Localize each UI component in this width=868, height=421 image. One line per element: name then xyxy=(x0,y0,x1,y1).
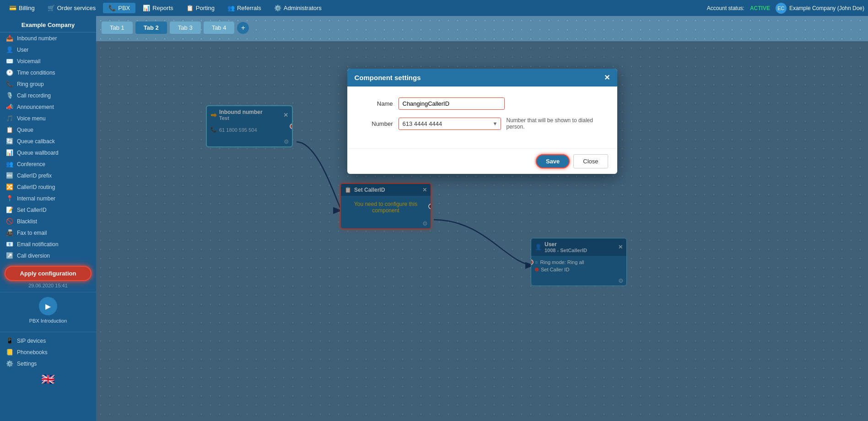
inbound-icon: 📥 xyxy=(6,35,13,42)
sidebar: Example Company 📥 Inbound number 👤 User … xyxy=(0,16,96,421)
voice-menu-icon: 🎵 xyxy=(6,115,13,122)
nav-referrals[interactable]: 👥 Referrals xyxy=(222,3,267,13)
play-button[interactable]: ▶ xyxy=(39,297,57,315)
flag-icon: 🇬🇧 xyxy=(0,369,96,389)
ring-group-icon: 📞 xyxy=(6,81,13,87)
account-status-label: Account status: xyxy=(707,5,744,11)
modal-body: Name Number 613 4444 4444 ▼ Number that … xyxy=(347,86,617,148)
recording-icon: 🎙️ xyxy=(6,92,13,99)
callerid-prefix-icon: 🔤 xyxy=(6,172,13,179)
sidebar-item-callerid-routing[interactable]: 🔀 CallerID routing xyxy=(0,181,96,193)
modal-number-row: Number 613 4444 4444 ▼ Number that will … xyxy=(356,117,608,130)
callback-icon: 🔄 xyxy=(6,138,13,145)
modal-number-hint: Number that will be shown to dialed pers… xyxy=(507,117,608,130)
nav-reports[interactable]: 📊 Reports xyxy=(137,3,179,13)
internal-number-icon: 📍 xyxy=(6,195,13,202)
sidebar-item-set-callerid[interactable]: 📝 Set CallerID xyxy=(0,204,96,216)
apply-timestamp: 29.06.2020 15:41 xyxy=(0,283,96,288)
top-navigation: 💳 Billing 🛒 Order services 📞 PBX 📊 Repor… xyxy=(0,0,868,16)
modal-header: Component settings ✕ xyxy=(347,69,617,86)
modal-number-value: 613 4444 4444 xyxy=(399,118,490,130)
play-label: PBX Introduction xyxy=(29,318,67,324)
admin-icon: ⚙️ xyxy=(274,5,281,11)
referrals-icon: 👥 xyxy=(227,5,235,11)
fax-icon: 📠 xyxy=(6,229,13,236)
sidebar-item-queue-wallboard[interactable]: 📊 Queue wallboard xyxy=(0,147,96,158)
modal-number-select[interactable]: 613 4444 4444 ▼ xyxy=(399,118,501,130)
sidebar-item-time-conditions[interactable]: 🕐 Time conditions xyxy=(0,67,96,78)
canvas-area[interactable]: Tab 1 Tab 2 Tab 3 Tab 4 + xyxy=(96,16,868,421)
main-layout: Example Company 📥 Inbound number 👤 User … xyxy=(0,16,868,421)
modal-close-button[interactable]: ✕ xyxy=(604,73,610,82)
dropdown-arrow-icon[interactable]: ▼ xyxy=(490,119,501,129)
sidebar-item-call-recording[interactable]: 🎙️ Call recording xyxy=(0,90,96,101)
sidebar-item-voicemail[interactable]: ✉️ Voicemail xyxy=(0,55,96,67)
wallboard-icon: 📊 xyxy=(6,149,13,156)
user-icon: 👤 xyxy=(6,46,13,53)
sidebar-item-callerid-prefix[interactable]: 🔤 CallerID prefix xyxy=(0,170,96,181)
blacklist-icon: 🚫 xyxy=(6,218,13,225)
play-section: ▶ PBX Introduction xyxy=(0,292,96,328)
diversion-icon: ↗️ xyxy=(6,252,13,259)
phonebooks-icon: 📒 xyxy=(6,349,13,356)
sidebar-item-sip-devices[interactable]: 📱 SIP devices xyxy=(0,335,96,346)
billing-icon: 💳 xyxy=(9,5,16,11)
sidebar-item-queue[interactable]: 📋 Queue xyxy=(0,124,96,135)
nav-billing[interactable]: 💳 Billing xyxy=(4,3,40,13)
company-name: Example Company xyxy=(0,16,96,32)
sidebar-item-phonebooks[interactable]: 📒 Phonebooks xyxy=(0,346,96,358)
nav-porting[interactable]: 📋 Porting xyxy=(181,3,220,13)
apply-configuration-button[interactable]: Apply configuration xyxy=(5,266,92,281)
modal-name-label: Name xyxy=(356,100,393,107)
sidebar-item-call-diversion[interactable]: ↗️ Call diversion xyxy=(0,250,96,261)
sip-icon: 📱 xyxy=(6,337,13,344)
tab-4[interactable]: Tab 4 xyxy=(204,22,235,34)
user-name: Example Company (John Doe) xyxy=(789,5,864,11)
avatar: EC xyxy=(776,3,787,14)
sidebar-item-user[interactable]: 👤 User xyxy=(0,44,96,55)
settings-icon: ⚙️ xyxy=(6,360,13,367)
flow-canvas: ➡ Inbound number Test ✕ 📞 61 1800 595 50… xyxy=(96,41,868,421)
conference-icon: 👥 xyxy=(6,161,13,167)
nav-pbx[interactable]: 📞 PBX xyxy=(103,3,135,13)
sidebar-bottom: 📱 SIP devices 📒 Phonebooks ⚙️ Settings xyxy=(0,332,96,369)
queue-icon: 📋 xyxy=(6,126,13,133)
sidebar-item-fax-to-email[interactable]: 📠 Fax to email xyxy=(0,227,96,238)
sidebar-item-announcement[interactable]: 📣 Announcement xyxy=(0,101,96,113)
tab-2[interactable]: Tab 2 xyxy=(135,22,167,34)
nav-account-info: Account status: ACTIVE EC Example Compan… xyxy=(707,3,864,14)
component-settings-modal: Component settings ✕ Name Number 613 4 xyxy=(347,69,617,174)
sidebar-item-queue-callback[interactable]: 🔄 Queue callback xyxy=(0,135,96,147)
nav-order-services[interactable]: 🛒 Order services xyxy=(42,3,102,13)
voicemail-icon: ✉️ xyxy=(6,58,13,65)
porting-icon: 📋 xyxy=(186,5,194,11)
time-icon: 🕐 xyxy=(6,69,13,76)
modal-close-btn[interactable]: Close xyxy=(573,154,608,168)
modal-number-label: Number xyxy=(356,120,393,127)
modal-name-input[interactable] xyxy=(399,97,505,110)
account-status-badge: ACTIVE xyxy=(750,5,770,11)
sidebar-item-ring-group[interactable]: 📞 Ring group xyxy=(0,78,96,90)
callerid-routing-icon: 🔀 xyxy=(6,184,13,190)
tab-1[interactable]: Tab 1 xyxy=(102,22,133,34)
sidebar-item-internal-number[interactable]: 📍 Internal number xyxy=(0,193,96,204)
sidebar-item-conference[interactable]: 👥 Conference xyxy=(0,158,96,170)
sidebar-item-voice-menu[interactable]: 🎵 Voice menu xyxy=(0,113,96,124)
user-info[interactable]: EC Example Company (John Doe) xyxy=(776,3,864,14)
tab-3[interactable]: Tab 3 xyxy=(170,22,201,34)
modal-name-row: Name xyxy=(356,97,608,110)
nav-administrators[interactable]: ⚙️ Administrators xyxy=(269,3,327,13)
modal-overlay: Component settings ✕ Name Number 613 4 xyxy=(96,41,868,421)
modal-save-button[interactable]: Save xyxy=(536,154,570,168)
reports-icon: 📊 xyxy=(143,5,150,11)
sidebar-item-blacklist[interactable]: 🚫 Blacklist xyxy=(0,216,96,227)
modal-title: Component settings xyxy=(355,74,421,81)
sidebar-item-email-notification[interactable]: 📧 Email notification xyxy=(0,238,96,250)
set-callerid-icon: 📝 xyxy=(6,206,13,213)
add-tab-button[interactable]: + xyxy=(237,22,249,34)
order-icon: 🛒 xyxy=(48,5,55,11)
tab-bar: Tab 1 Tab 2 Tab 3 Tab 4 + xyxy=(96,16,868,34)
email-icon: 📧 xyxy=(6,241,13,248)
sidebar-item-inbound-number[interactable]: 📥 Inbound number xyxy=(0,32,96,44)
sidebar-item-settings[interactable]: ⚙️ Settings xyxy=(0,358,96,369)
